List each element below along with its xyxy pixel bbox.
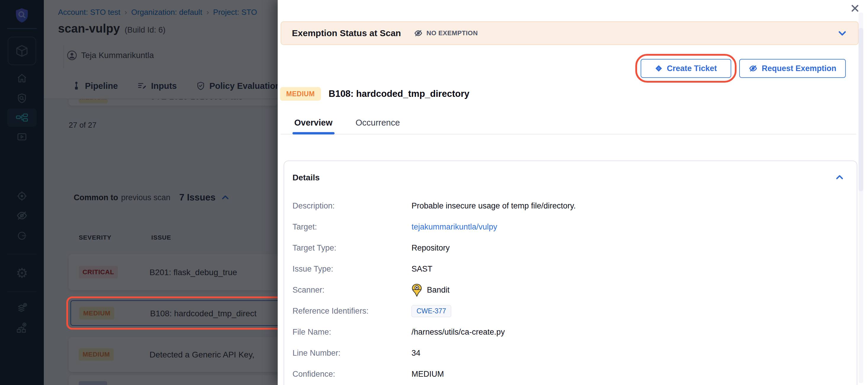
tab-occurrence[interactable]: Occurrence (355, 118, 400, 128)
app-root: ⚙ Account: STO test › Organization: defa… (0, 0, 868, 385)
field-reference-identifiers: Reference Identifiers: CWE-377 (292, 301, 845, 322)
banner-title: Exemption Status at Scan (292, 28, 401, 38)
field-value: SAST (411, 264, 433, 274)
no-exemption-badge: NO EXEMPTION (414, 29, 478, 38)
field-confidence: Confidence: MEDIUM (292, 364, 845, 385)
chevron-up-icon[interactable] (835, 174, 844, 181)
issue-detail-drawer: Exemption Status at Scan NO EXEMPTION Cr… (278, 0, 868, 385)
eye-off-icon (749, 64, 757, 73)
severity-badge: MEDIUM (280, 87, 321, 101)
annotation-highlight-row (66, 296, 284, 330)
annotation-highlight-create-ticket (635, 54, 737, 83)
field-label: Confidence: (292, 369, 411, 379)
field-description: Description: Probable insecure usage of … (292, 196, 845, 216)
field-file-name: File Name: /harness/utils/ca-create.py (292, 322, 845, 343)
cwe-chip[interactable]: CWE-377 (411, 305, 451, 317)
scrollbar-thumb[interactable] (859, 28, 863, 191)
details-card: Details Description: Probable insecure u… (284, 160, 857, 385)
field-label: Description: (292, 201, 411, 211)
field-label: Reference Identifiers: (292, 306, 411, 316)
scanner-name: Bandit (427, 286, 450, 295)
field-label: Line Number: (292, 349, 411, 358)
chevron-down-icon[interactable] (837, 29, 847, 37)
details-card-title: Details (292, 173, 320, 182)
active-tab-underline (292, 132, 335, 135)
field-issue-type: Issue Type: SAST (292, 259, 845, 279)
issue-title: B108: hardcoded_tmp_directory (329, 87, 469, 101)
request-exemption-label: Request Exemption (762, 64, 836, 73)
tab-overview[interactable]: Overview (294, 118, 333, 128)
exemption-status-banner: Exemption Status at Scan NO EXEMPTION (281, 21, 859, 45)
field-target: Target: tejakummarikuntla/vulpy (292, 216, 845, 238)
divider (281, 134, 856, 135)
bandit-scanner-icon (411, 284, 422, 297)
scrollbar-track[interactable] (859, 12, 863, 383)
detail-tabs: Overview Occurrence (294, 118, 400, 128)
field-target-type: Target Type: Repository (292, 238, 845, 259)
details-fields: Description: Probable insecure usage of … (292, 196, 845, 385)
field-value: 34 (411, 349, 421, 358)
field-value: Repository (411, 243, 450, 253)
eye-off-icon (414, 29, 423, 38)
target-link[interactable]: tejakummarikuntla/vulpy (411, 223, 497, 232)
no-exemption-label: NO EXEMPTION (426, 29, 478, 37)
field-label: Target Type: (292, 243, 411, 253)
field-label: Issue Type: (292, 264, 411, 274)
field-value: MEDIUM (411, 369, 444, 379)
field-line-number: Line Number: 34 (292, 343, 845, 364)
field-label: Scanner: (292, 286, 411, 295)
request-exemption-button[interactable]: Request Exemption (739, 59, 846, 78)
field-value: Probable insecure usage of temp file/dir… (411, 201, 576, 211)
field-label: File Name: (292, 328, 411, 337)
field-scanner: Scanner: Bandit (292, 279, 845, 301)
field-value: /harness/utils/ca-create.py (411, 328, 505, 337)
field-label: Target: (292, 223, 411, 232)
